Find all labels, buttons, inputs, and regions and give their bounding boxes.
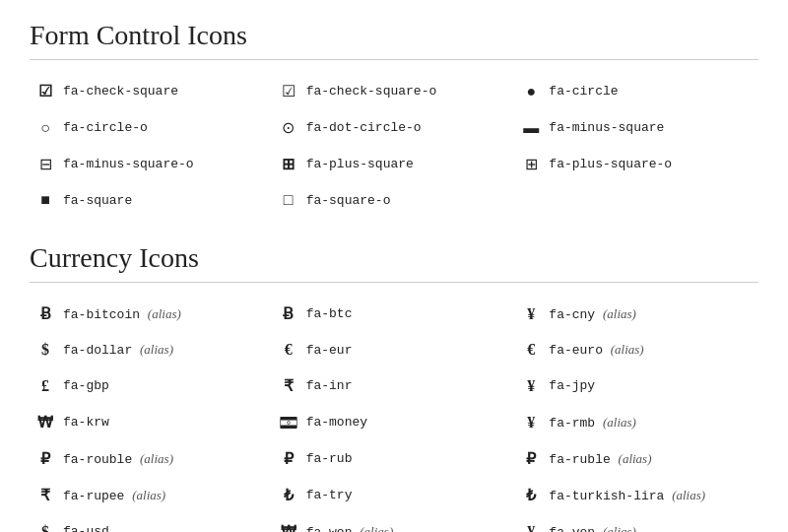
- alias-label: (alias): [603, 524, 636, 533]
- form-icon-glyph: ■: [35, 191, 55, 209]
- currency-icon-item: $fa-dollar (alias): [30, 337, 273, 363]
- currency-icon-glyph: Ƀ: [35, 304, 55, 323]
- currency-icon-label: fa-bitcoin (alias): [63, 306, 181, 322]
- form-icon-label: fa-circle-o: [63, 120, 148, 135]
- form-icon-item: ⊞fa-plus-square: [273, 151, 516, 177]
- currency-icon-label: fa-jpy: [549, 378, 595, 393]
- alias-label: (alias): [672, 488, 705, 502]
- form-icon-item: ■fa-square: [30, 187, 273, 213]
- currency-icon-label: fa-ruble (alias): [549, 451, 651, 467]
- form-icon-label: fa-circle: [549, 84, 618, 99]
- currency-icon-glyph: ¥: [521, 377, 541, 395]
- currency-icon-glyph: ₩: [279, 522, 298, 532]
- currency-icon-label: fa-rub: [306, 451, 353, 466]
- alias-label: (alias): [132, 488, 165, 502]
- currency-icon-label: fa-btc: [306, 306, 353, 321]
- currency-icon-glyph: ₽: [521, 449, 541, 468]
- currency-icon-glyph: ₽: [279, 449, 298, 468]
- currency-icon-glyph: ₺: [521, 486, 541, 504]
- currency-icon-glyph: ₩: [35, 413, 55, 432]
- currency-icon-label: fa-usd: [63, 524, 109, 532]
- currency-icon-item: ¥fa-rmb (alias): [515, 409, 758, 435]
- currency-section: Currency Icons Ƀfa-bitcoin (alias)Ƀfa-bt…: [30, 242, 758, 532]
- form-control-divider: [30, 59, 758, 60]
- currency-icon-glyph: €: [521, 341, 541, 359]
- currency-icon-label: fa-turkish-lira (alias): [549, 488, 705, 503]
- currency-icon-label: fa-cny (alias): [549, 306, 636, 322]
- currency-icon-glyph: ₺: [279, 486, 298, 504]
- alias-label: (alias): [611, 342, 644, 357]
- currency-icon-item: ₽fa-rouble (alias): [30, 445, 273, 472]
- alias-label: (alias): [148, 306, 181, 321]
- form-icon-item: ⊞fa-plus-square-o: [515, 151, 758, 177]
- currency-icon-label: fa-rmb (alias): [549, 415, 636, 431]
- form-icon-glyph: ☑: [279, 82, 298, 100]
- form-icon-glyph: ⊞: [521, 155, 541, 173]
- alias-label: (alias): [603, 306, 636, 321]
- currency-icon-glyph: Ƀ: [279, 304, 298, 323]
- alias-label: (alias): [360, 524, 393, 533]
- form-icon-glyph: ○: [35, 119, 55, 137]
- currency-icon-label: fa-dollar (alias): [63, 342, 173, 358]
- currency-icon-glyph: €: [279, 341, 298, 359]
- form-icon-label: fa-check-square: [63, 84, 178, 99]
- currency-icon-label: fa-eur: [306, 343, 353, 358]
- currency-divider: [30, 282, 758, 283]
- currency-icon-item: ¥fa-yen (alias): [515, 518, 758, 532]
- currency-icon-item: ₽fa-ruble (alias): [515, 445, 758, 472]
- alias-label: (alias): [603, 415, 636, 430]
- currency-icon-item: $fa-usd: [30, 518, 273, 532]
- alias-label: (alias): [140, 342, 173, 357]
- form-icon-glyph: ▬: [521, 119, 541, 137]
- currency-icon-glyph: £: [35, 377, 55, 395]
- form-icon-label: fa-minus-square: [549, 120, 664, 135]
- form-icon-label: fa-square-o: [306, 193, 391, 208]
- currency-icon-item: ¥fa-jpy: [515, 372, 758, 399]
- form-icon-item: ☑fa-check-square-o: [273, 78, 516, 104]
- form-icon-label: fa-plus-square-o: [549, 157, 672, 171]
- currency-icon-label: fa-gbp: [63, 378, 109, 393]
- form-icon-label: fa-check-square-o: [306, 84, 437, 99]
- currency-icon-label: fa-won (alias): [306, 524, 394, 533]
- currency-icon-label: fa-money: [306, 415, 367, 430]
- currency-icon-item: Ƀfa-bitcoin (alias): [30, 300, 273, 327]
- form-icon-item: ▬fa-minus-square: [515, 114, 758, 141]
- currency-icon-label: fa-rouble (alias): [63, 451, 173, 467]
- form-icon-glyph: ☑: [35, 82, 55, 100]
- form-icon-item: ⊙fa-dot-circle-o: [273, 114, 516, 141]
- currency-icon-item: ₩fa-won (alias): [273, 518, 516, 532]
- form-control-title: Form Control Icons: [30, 20, 758, 51]
- form-icon-item: ○fa-circle-o: [30, 114, 273, 141]
- form-icon-label: fa-plus-square: [306, 157, 414, 171]
- form-icon-item: ●fa-circle: [515, 78, 758, 104]
- currency-icon-item: €fa-euro (alias): [515, 337, 758, 363]
- currency-icon-item: ₽fa-rub: [273, 445, 516, 472]
- form-icon-glyph: □: [279, 191, 298, 209]
- currency-icon-item: ₩fa-krw: [30, 409, 273, 435]
- currency-icon-item: ₺fa-turkish-lira (alias): [515, 482, 758, 508]
- form-icon-glyph: ⊟: [35, 155, 55, 173]
- alias-label: (alias): [140, 451, 173, 466]
- form-control-grid: ☑fa-check-square☑fa-check-square-o●fa-ci…: [30, 78, 758, 213]
- currency-grid: Ƀfa-bitcoin (alias)Ƀfa-btc¥fa-cny (alias…: [30, 300, 758, 532]
- currency-icon-item: ₺fa-try: [273, 482, 516, 508]
- currency-icon-label: fa-krw: [63, 415, 109, 430]
- form-icon-item: ☑fa-check-square: [30, 78, 273, 104]
- form-icon-label: fa-minus-square-o: [63, 157, 194, 171]
- form-icon-item: ⊟fa-minus-square-o: [30, 151, 273, 177]
- currency-icon-glyph: ₹: [279, 376, 298, 395]
- currency-icon-glyph: ¥: [521, 414, 541, 432]
- form-icon-label: fa-dot-circle-o: [306, 120, 422, 135]
- currency-icon-item: ¥fa-cny (alias): [515, 300, 758, 327]
- form-icon-label: fa-square: [63, 193, 132, 208]
- currency-icon-item: ₹fa-inr: [273, 372, 516, 399]
- currency-icon-glyph: ₹: [35, 486, 55, 504]
- currency-icon-glyph: ¥: [521, 523, 541, 533]
- form-icon-glyph: ⊞: [279, 155, 298, 173]
- currency-icon-glyph: [279, 415, 298, 430]
- currency-icon-label: fa-euro (alias): [549, 342, 643, 358]
- currency-icon-label: fa-rupee (alias): [63, 488, 165, 503]
- currency-icon-label: fa-try: [306, 488, 353, 502]
- currency-icon-glyph: ¥: [521, 305, 541, 323]
- currency-icon-item: £fa-gbp: [30, 372, 273, 399]
